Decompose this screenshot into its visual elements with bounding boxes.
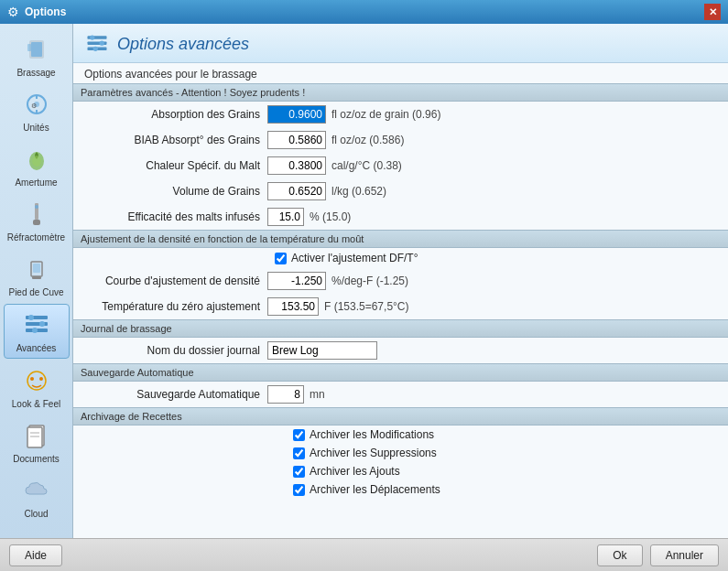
svg-rect-14 <box>33 264 40 273</box>
bottom-bar: Aide Ok Annuler <box>0 538 728 571</box>
sauvegarde-section-header: Sauvegarde Automatique <box>73 363 728 382</box>
sidebar-item-cloud[interactable]: Cloud <box>4 470 70 523</box>
ok-button[interactable]: Ok <box>597 544 642 566</box>
content-header-title: Options avancées <box>117 35 249 54</box>
archivage-section-header: Archivage de Recettes <box>73 407 728 426</box>
annuler-button[interactable]: Annuler <box>650 544 719 566</box>
sidebar-item-unites[interactable]: ⚙ Unités <box>4 84 70 137</box>
sidebar-label-cloud: Cloud <box>24 509 48 520</box>
sidebar: Brassage ⚙ Unités Amertume Réfractomètre <box>0 24 73 538</box>
window-title: Options <box>25 5 66 18</box>
archiver-ajouts-label: Archiver les Ajouts <box>310 465 400 478</box>
svg-rect-15 <box>32 276 41 279</box>
archiver-suppressions-checkbox[interactable] <box>293 447 305 459</box>
brassage-icon <box>20 33 53 66</box>
courbe-unit: %/deg-F (-1.25) <box>331 275 408 287</box>
volume-input[interactable] <box>267 182 326 200</box>
sidebar-item-refractometre[interactable]: Réfractomètre <box>4 194 70 247</box>
svg-rect-11 <box>33 220 40 225</box>
activer-checkbox[interactable] <box>275 253 287 264</box>
sauvegarde-unit: mn <box>310 388 325 401</box>
sidebar-label-avancees: Avancées <box>16 343 57 354</box>
journal-section-header: Journal de brassage <box>73 319 728 338</box>
window-icon: ⚙ <box>7 5 19 19</box>
documents-icon <box>20 419 53 452</box>
chaleur-input[interactable] <box>267 156 326 175</box>
nom-dossier-row: Nom du dossier journal <box>73 338 728 363</box>
aide-button[interactable]: Aide <box>9 544 62 566</box>
sidebar-item-avancees[interactable]: Avancées <box>4 304 70 359</box>
archiver-modifications-label: Archiver les Modifications <box>310 428 434 441</box>
svg-point-9 <box>32 156 41 167</box>
bottom-right-buttons: Ok Annuler <box>597 544 719 566</box>
svg-point-35 <box>90 35 94 39</box>
biab-label: BIAB Absorpt° des Grains <box>84 134 267 146</box>
avancees-icon <box>20 308 53 341</box>
sidebar-item-look-feel[interactable]: Look & Feel <box>4 361 70 414</box>
svg-rect-2 <box>27 44 31 51</box>
activer-checkbox-row: Activer l'ajustement DF/T° <box>73 248 728 268</box>
efficacite-input[interactable] <box>267 208 304 226</box>
sidebar-item-amertume[interactable]: Amertume <box>4 139 70 192</box>
archiver-suppressions-label: Archiver les Suppressions <box>310 447 437 459</box>
volume-row: Volume de Grains l/kg (0.652) <box>73 178 728 204</box>
absorption-grains-input[interactable] <box>267 105 326 124</box>
courbe-label: Courbe d'ajustement de densité <box>84 275 267 287</box>
top-section-label: Options avancées pour le brassage <box>73 63 728 83</box>
efficacite-label: Efficacité des malts infusés <box>84 210 267 223</box>
density-section-header: Ajustement de la densité en fonction de … <box>73 230 728 248</box>
temperature-unit: F (153.5=67,5°C) <box>324 300 409 313</box>
archiver-modifications-checkbox[interactable] <box>293 429 305 441</box>
content-area: Options avancées Options avancées pour l… <box>73 24 728 538</box>
temperature-input[interactable] <box>267 297 319 316</box>
sidebar-label-look-feel: Look & Feel <box>12 399 60 410</box>
sidebar-label-documents: Documents <box>13 454 60 465</box>
refractometre-icon <box>20 198 53 231</box>
content-header-icon <box>84 31 110 57</box>
biab-unit: fl oz/oz (0.586) <box>331 134 404 146</box>
svg-point-23 <box>30 377 34 381</box>
svg-point-12 <box>35 205 38 209</box>
courbe-input[interactable] <box>267 272 326 290</box>
svg-point-36 <box>100 41 104 46</box>
svg-point-21 <box>32 328 38 333</box>
chaleur-unit: cal/g/°C (0.38) <box>331 159 402 172</box>
unites-icon: ⚙ <box>20 88 53 121</box>
absorption-grains-label: Absorption des Grains <box>84 108 267 121</box>
sidebar-label-unites: Unités <box>23 123 49 134</box>
nom-dossier-input[interactable] <box>267 341 377 360</box>
archiver-suppressions-row: Archiver les Suppressions <box>73 444 728 462</box>
activer-label: Activer l'ajustement DF/T° <box>291 252 418 264</box>
volume-label: Volume de Grains <box>84 185 267 198</box>
archiver-ajouts-checkbox[interactable] <box>293 466 305 478</box>
cloud-icon <box>20 474 53 507</box>
archiver-deplacements-row: Archiver les Déplacements <box>73 480 728 499</box>
close-button[interactable]: ✕ <box>704 4 721 20</box>
nom-dossier-label: Nom du dossier journal <box>84 344 267 357</box>
biab-row: BIAB Absorpt° des Grains fl oz/oz (0.586… <box>73 127 728 153</box>
sidebar-label-refractometre: Réfractomètre <box>7 232 65 243</box>
biab-input[interactable] <box>267 131 326 149</box>
volume-unit: l/kg (0.652) <box>331 185 386 198</box>
archiver-ajouts-row: Archiver les Ajouts <box>73 462 728 480</box>
absorption-grains-row: Absorption des Grains fl oz/oz de grain … <box>73 102 728 127</box>
look-feel-icon <box>20 364 53 397</box>
sidebar-label-pied-de-cuve: Pied de Cuve <box>8 287 63 298</box>
absorption-grains-unit: fl oz/oz de grain (0.96) <box>331 108 440 121</box>
sauvegarde-row: Sauvegarde Automatique mn <box>73 382 728 407</box>
sidebar-item-documents[interactable]: Documents <box>4 415 70 469</box>
content-scroll[interactable]: Options avancées pour le brassage Paramè… <box>73 63 728 538</box>
sauvegarde-label: Sauvegarde Automatique <box>84 388 267 401</box>
sidebar-item-pied-de-cuve[interactable]: Pied de Cuve <box>4 249 70 302</box>
sauvegarde-input[interactable] <box>267 385 304 404</box>
params-warning-header: Paramètres avancés - Attention ! Soyez p… <box>73 83 728 102</box>
svg-rect-29 <box>27 427 42 447</box>
svg-rect-1 <box>31 42 42 57</box>
efficacite-row: Efficacité des malts infusés % (15.0) <box>73 204 728 230</box>
sidebar-label-brassage: Brassage <box>16 68 55 79</box>
archiver-deplacements-checkbox[interactable] <box>293 484 305 496</box>
svg-point-37 <box>93 47 98 51</box>
sidebar-item-brassage[interactable]: Brassage <box>4 29 70 82</box>
svg-point-20 <box>39 321 45 327</box>
efficacite-unit: % (15.0) <box>310 210 351 223</box>
